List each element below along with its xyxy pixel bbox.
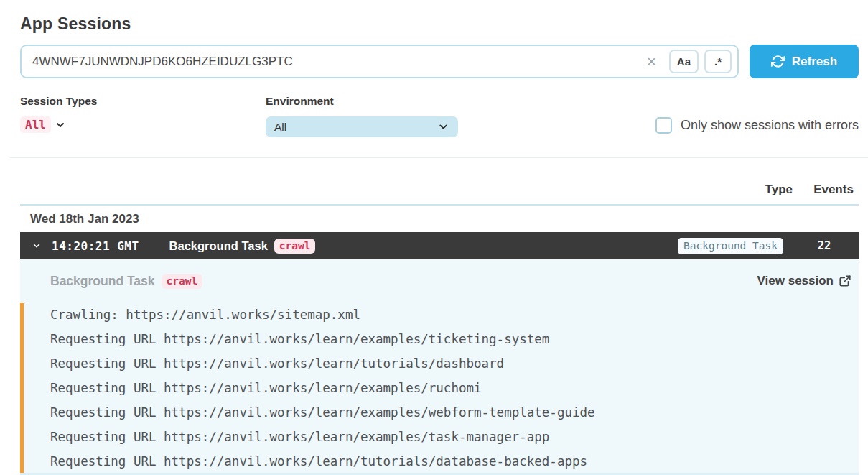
session-detail-title: Background Task bbox=[50, 274, 155, 289]
page-title: App Sessions bbox=[20, 0, 859, 34]
session-types-filter: Session Types All bbox=[20, 95, 266, 133]
refresh-icon bbox=[771, 55, 785, 68]
search-box: × Aa .* bbox=[20, 45, 739, 78]
view-session-link[interactable]: View session bbox=[757, 274, 851, 288]
log-line: Requesting URL https://anvil.works/learn… bbox=[50, 376, 859, 400]
environment-filter: Environment All bbox=[266, 95, 458, 137]
environment-label: Environment bbox=[266, 95, 458, 108]
search-input[interactable] bbox=[32, 55, 640, 69]
log-line: Requesting URL https://anvil.works/learn… bbox=[50, 400, 859, 425]
session-types-value[interactable]: All bbox=[20, 116, 51, 133]
refresh-button-label: Refresh bbox=[792, 55, 837, 69]
search-row: × Aa .* Refresh bbox=[20, 45, 859, 78]
date-group-header: Wed 18th Jan 2023 bbox=[20, 206, 859, 232]
log-line: Requesting URL https://anvil.works/learn… bbox=[50, 449, 859, 474]
case-sensitive-button[interactable]: Aa bbox=[669, 50, 699, 73]
session-types-label: Session Types bbox=[20, 95, 266, 108]
session-time: 14:20:21 GMT bbox=[52, 239, 139, 253]
log-line: Crawling: https://anvil.works/sitemap.xm… bbox=[50, 303, 859, 327]
chevron-down-icon bbox=[437, 121, 449, 133]
errors-only-label: Only show sessions with errors bbox=[681, 118, 859, 133]
log-line: Requesting URL https://anvil.works/learn… bbox=[50, 327, 859, 351]
events-column-header: Events bbox=[813, 183, 854, 197]
clear-search-icon[interactable]: × bbox=[640, 54, 663, 70]
session-title: Background Task bbox=[169, 239, 268, 253]
regex-button[interactable]: .* bbox=[704, 50, 732, 73]
collapse-chevron-icon[interactable] bbox=[32, 241, 42, 251]
session-row[interactable]: 14:20:21 GMT Background Task crawl Backg… bbox=[20, 232, 859, 259]
chevron-down-icon[interactable] bbox=[55, 119, 66, 131]
session-detail-panel: Background Task crawl View session Crawl… bbox=[20, 259, 859, 475]
session-detail-tag-badge: crawl bbox=[162, 274, 203, 289]
filters-row: Session Types All Environment All bbox=[20, 95, 859, 137]
environment-selected-value: All bbox=[274, 121, 437, 134]
app-sessions-page: App Sessions × Aa .* Refresh Session Typ… bbox=[0, 0, 868, 475]
type-column-header: Type bbox=[765, 183, 793, 197]
session-events-count: 22 bbox=[818, 239, 831, 252]
table-header: Type Events bbox=[20, 158, 859, 206]
external-link-icon bbox=[839, 275, 851, 287]
errors-only-checkbox[interactable] bbox=[655, 117, 672, 134]
environment-select[interactable]: All bbox=[266, 116, 458, 137]
refresh-button[interactable]: Refresh bbox=[750, 45, 859, 78]
session-log-output: Crawling: https://anvil.works/sitemap.xm… bbox=[20, 303, 859, 474]
log-line: Requesting URL https://anvil.works/learn… bbox=[50, 425, 859, 449]
view-session-label: View session bbox=[757, 274, 834, 288]
session-type-badge: Background Task bbox=[678, 238, 783, 254]
session-tag-badge: crawl bbox=[274, 239, 316, 254]
log-line: Requesting URL https://anvil.works/learn… bbox=[50, 351, 859, 376]
errors-filter: Only show sessions with errors bbox=[655, 117, 859, 134]
